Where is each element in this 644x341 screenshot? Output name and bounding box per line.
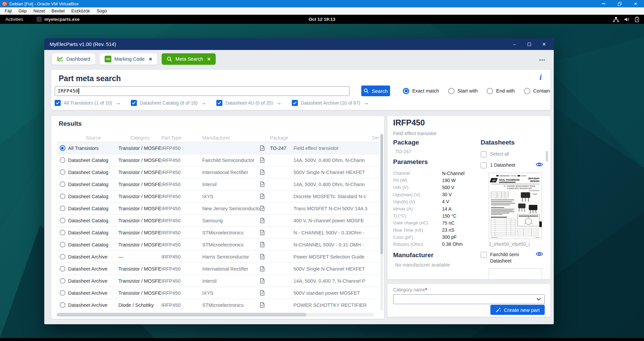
row-radio-icon[interactable] <box>60 169 65 175</box>
vbox-menu-fájl[interactable]: Fájl <box>1 7 15 15</box>
row-radio-icon[interactable] <box>60 278 65 284</box>
row-radio[interactable] <box>57 278 68 284</box>
horizontal-scrollbar[interactable] <box>57 313 374 317</box>
row-radio-icon[interactable] <box>60 218 65 223</box>
radio-exact-match[interactable]: Exact match <box>403 88 439 94</box>
table-row[interactable]: Datasheet CatalogTransistor / MOSFETIRFP… <box>57 178 379 190</box>
datasheet-doc-icon[interactable] <box>260 254 270 260</box>
row-radio[interactable] <box>57 181 68 187</box>
category-select[interactable] <box>393 294 545 304</box>
vbox-menu-eszközök[interactable]: Eszközök <box>68 7 94 15</box>
vbox-menu-nézet[interactable]: Nézet <box>30 7 48 15</box>
row-radio[interactable] <box>57 218 68 223</box>
datasheet-doc-icon[interactable] <box>260 193 270 199</box>
datasheet-doc-icon[interactable] <box>260 169 270 175</box>
row-radio-icon[interactable] <box>60 145 65 151</box>
row-radio-icon[interactable] <box>60 181 65 187</box>
row-radio[interactable] <box>57 145 68 151</box>
table-row[interactable]: Datasheet ArchiveTransistor / MOSFETIRFP… <box>57 263 379 275</box>
app-titlebar[interactable]: MyElecParts v1.00 (Rev. 514) – ✕ <box>44 38 554 50</box>
row-radio[interactable] <box>57 169 68 175</box>
vertical-scrollbar-thumb[interactable] <box>380 134 383 254</box>
table-row[interactable]: Datasheet CatalogTransistor / MOSFETIRFP… <box>57 215 379 227</box>
overflow-menu-button[interactable]: ⋯ <box>539 56 546 64</box>
table-row[interactable]: Datasheet Archive—IRFP450Harris Semicond… <box>57 251 379 263</box>
source-filter[interactable]: Datasheet Archive (10 of 67)→ <box>292 100 369 106</box>
checkbox-checked-icon[interactable] <box>292 100 298 106</box>
table-row[interactable]: All TransistorsTransistor / MOSFETIRFP45… <box>57 142 379 154</box>
vbox-restore-button[interactable] <box>617 1 622 6</box>
checkbox-checked-icon[interactable] <box>216 100 222 106</box>
checkbox-checked-icon[interactable] <box>131 100 137 106</box>
row-radio[interactable] <box>57 206 68 211</box>
datasheet-doc-icon[interactable] <box>260 290 270 296</box>
table-row[interactable]: Datasheet CatalogTransistor / MOSFETIRFP… <box>57 154 379 166</box>
vbox-minimize-button[interactable] <box>601 1 606 6</box>
preview-eye-icon[interactable] <box>536 162 543 168</box>
tab-dashboard[interactable]: Dashboard <box>52 53 95 65</box>
tab-marking-code[interactable]: ADMarking Code✕ <box>100 53 157 65</box>
radio-contain[interactable]: Contain <box>524 88 550 94</box>
vertical-scrollbar[interactable] <box>380 133 383 311</box>
select-all-checkbox[interactable] <box>481 151 487 157</box>
row-radio-icon[interactable] <box>60 193 65 199</box>
table-row[interactable]: Datasheet CatalogTransistor / MOSFETIRFP… <box>57 203 379 215</box>
row-radio[interactable] <box>57 254 68 260</box>
vbox-menu-gép[interactable]: Gép <box>15 7 30 15</box>
table-row[interactable]: Datasheet CatalogTransistor / MOSFETIRFP… <box>57 227 379 239</box>
row-radio[interactable] <box>57 193 68 199</box>
row-radio[interactable] <box>57 290 68 296</box>
arrow-right-icon[interactable]: → <box>276 100 282 106</box>
app-maximize-button[interactable] <box>527 42 532 47</box>
row-radio-icon[interactable] <box>60 242 65 247</box>
datasheet-doc-icon[interactable] <box>260 181 270 187</box>
row-radio-icon[interactable] <box>60 266 65 272</box>
row-radio-icon[interactable] <box>60 290 65 296</box>
datasheet-doc-icon[interactable] <box>260 145 270 151</box>
fairchild-datasheet-checkbox[interactable] <box>481 252 487 258</box>
system-tray[interactable] <box>613 15 639 24</box>
close-tab-icon[interactable]: ✕ <box>149 57 152 62</box>
activities-button[interactable]: Activities <box>0 15 29 24</box>
row-radio[interactable] <box>57 266 68 272</box>
row-radio[interactable] <box>57 157 68 163</box>
select-all-row[interactable]: Select all <box>481 151 543 157</box>
table-row[interactable]: Datasheet ArchiveDiode / SchottkyIRFP450… <box>57 299 379 311</box>
next-datasheet-thumbnail-partial[interactable] <box>489 268 542 279</box>
row-radio-icon[interactable] <box>60 302 65 308</box>
radio-end-with[interactable]: End with <box>487 88 515 94</box>
datasheet-doc-icon[interactable] <box>260 278 270 284</box>
radio-start-with[interactable]: Start with <box>448 88 478 94</box>
clock[interactable]: Oct 12 19:13 <box>309 17 335 22</box>
datasheet-doc-icon[interactable] <box>260 230 270 235</box>
info-icon[interactable]: i <box>540 73 542 82</box>
table-row[interactable]: Datasheet ArchiveTransistor / MOSFETIRFP… <box>57 275 379 287</box>
row-radio-icon[interactable] <box>60 206 65 211</box>
datasheet-row[interactable]: 1 Datasheet <box>481 162 543 168</box>
preview-eye-icon-2[interactable] <box>536 251 543 258</box>
datasheet-doc-icon[interactable] <box>260 302 270 308</box>
datasheet-checkbox[interactable] <box>481 162 487 168</box>
tab-meta-search[interactable]: Meta Search✕ <box>162 53 216 65</box>
arrow-right-icon[interactable]: → <box>115 100 121 106</box>
fairchild-datasheet-row[interactable]: Fairchild semi Datasheet <box>481 251 543 264</box>
datasheets-scrollbar-thumb[interactable] <box>546 151 548 162</box>
vbox-menu-súgó[interactable]: Súgó <box>93 7 110 15</box>
radio-icon[interactable] <box>487 88 493 94</box>
radio-icon[interactable] <box>524 88 530 94</box>
row-radio[interactable] <box>57 302 68 308</box>
create-new-part-button[interactable]: Create new part <box>490 305 545 315</box>
app-minimize-button[interactable]: – <box>512 42 517 47</box>
search-button[interactable]: Search <box>361 86 390 96</box>
vbox-close-button[interactable]: ✕ <box>633 1 638 6</box>
vbox-menu-bevitel[interactable]: Bevitel <box>48 7 68 15</box>
datasheet-doc-icon[interactable] <box>260 266 270 272</box>
datasheet-doc-icon[interactable] <box>260 206 270 211</box>
row-radio[interactable] <box>57 242 68 247</box>
row-radio-icon[interactable] <box>60 254 65 260</box>
source-filter[interactable]: All Transistors (1 of 10)→ <box>55 100 121 106</box>
radio-icon[interactable] <box>448 88 454 94</box>
row-radio-icon[interactable] <box>60 230 65 235</box>
search-input[interactable]: IRFP450 <box>55 86 350 96</box>
horizontal-scrollbar-thumb[interactable] <box>57 313 306 317</box>
